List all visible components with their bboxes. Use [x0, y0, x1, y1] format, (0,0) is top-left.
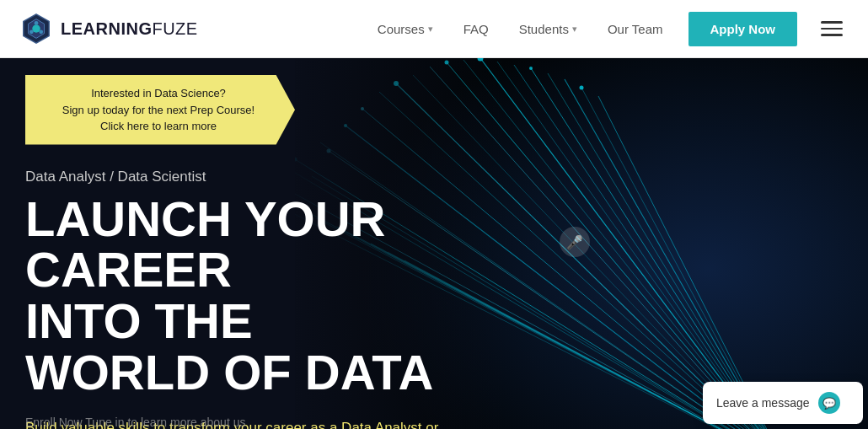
nav-courses[interactable]: Courses ▾ [378, 22, 433, 36]
svg-point-42 [529, 67, 533, 70]
svg-point-4 [29, 29, 34, 34]
chat-label: Leave a message [716, 396, 810, 410]
hero-content: Interested in Data Science? Sign up toda… [0, 58, 506, 429]
apply-now-button[interactable]: Apply Now [689, 12, 798, 46]
chat-bubble-icon: 💬 [822, 397, 836, 410]
microphone-icon: 🎤 [566, 234, 583, 250]
hero-subtitle: Data Analyst / Data Scientist [25, 169, 472, 185]
logo-text: LEARNINGFUZE [61, 19, 198, 39]
logo-area[interactable]: LEARNINGFUZE [20, 13, 198, 45]
nav-students[interactable]: Students ▾ [519, 22, 577, 36]
bottom-partial-text: Enroll Now Tune in to learn more about u… [25, 416, 245, 429]
nav-our-team[interactable]: Our Team [608, 22, 663, 36]
courses-chevron-icon: ▾ [428, 24, 433, 35]
hero-title-line3: WORLD OF DATA [25, 347, 472, 399]
nav-faq[interactable]: FAQ [463, 22, 489, 36]
hamburger-line-2 [821, 28, 843, 30]
promo-line-2: Sign up today for the next Prep Course! [40, 102, 276, 119]
hamburger-line-3 [821, 34, 843, 36]
hamburger-line-1 [821, 21, 843, 24]
students-chevron-icon: ▾ [572, 24, 577, 35]
voice-search-button[interactable]: 🎤 [560, 227, 590, 257]
promo-line-3: Click here to learn more [40, 118, 276, 135]
hero-title-line2: INTO THE [25, 296, 472, 347]
logo-icon [20, 13, 52, 45]
hero-section: Interested in Data Science? Sign up toda… [0, 58, 868, 429]
svg-point-5 [39, 29, 43, 34]
svg-point-43 [580, 86, 584, 90]
promo-line-1: Interested in Data Science? [40, 85, 276, 102]
hero-title-line1: LAUNCH YOUR CAREER [25, 194, 472, 297]
svg-point-3 [35, 21, 39, 25]
chat-widget[interactable]: Leave a message 💬 [703, 382, 863, 424]
nav-links: Courses ▾ FAQ Students ▾ Our Team [378, 22, 663, 36]
promo-banner[interactable]: Interested in Data Science? Sign up toda… [25, 75, 295, 145]
navbar: LEARNINGFUZE Courses ▾ FAQ Students ▾ Ou… [0, 0, 868, 58]
svg-point-2 [32, 24, 40, 33]
hamburger-menu-button[interactable] [816, 16, 848, 41]
hero-title: LAUNCH YOUR CAREER INTO THE WORLD OF DAT… [25, 194, 472, 400]
chat-open-button[interactable]: 💬 [818, 392, 840, 414]
